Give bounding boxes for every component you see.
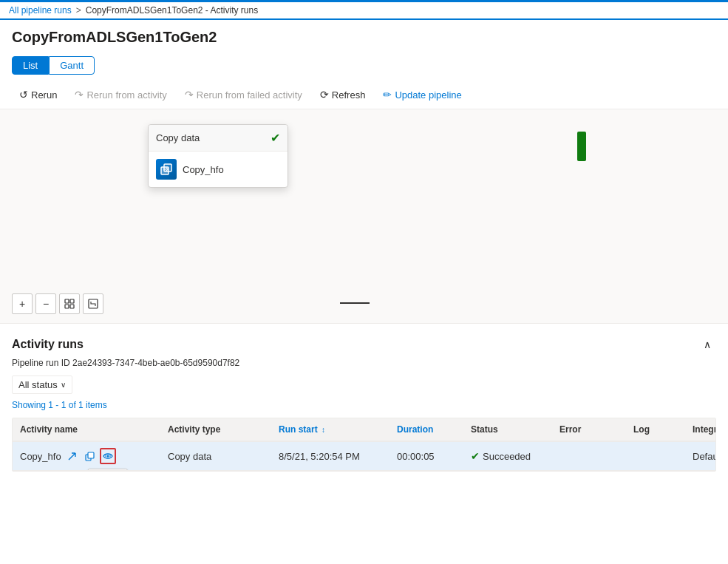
zoom-out-button[interactable]: − [35,293,56,314]
rerun-icon: ↺ [19,89,28,101]
breadcrumb-sep: > [76,5,81,16]
svg-rect-5 [70,305,74,308]
link-icon-button[interactable] [100,448,116,464]
refresh-label: Refresh [332,89,366,101]
popup-item-name: Copy_hfo [183,164,224,175]
activity-success-indicator [577,132,586,161]
refresh-button[interactable]: ⟳ Refresh [313,85,373,104]
rerun-from-icon: ↷ [75,89,84,101]
update-pipeline-icon: ✏ [383,89,392,101]
action-icons-group: Details [64,448,116,464]
view-toggle-group: List Gantt [0,50,728,81]
page-title: CopyFromADLSGen1ToGen2 [12,29,716,46]
rerun-failed-icon: ↷ [185,89,194,101]
update-pipeline-button[interactable]: ✏ Update pipeline [375,85,469,104]
rerun-failed-label: Rerun from failed activity [197,89,302,101]
cell-duration: 00:00:05 [389,442,463,470]
cell-status: ✔ Succeeded [463,442,552,470]
canvas-area: Copy data ✔ Copy_hfo + − [0,109,728,324]
cell-activity-name: Copy_hfo [13,442,160,470]
details-tooltip-container: Details [100,448,116,464]
cell-integration-runtime: DefaultInteg [685,442,715,470]
pipeline-run-id-value: 2ae24393-7347-4beb-ae0b-65d9590d7f82 [72,358,239,368]
popup-check-icon: ✔ [271,131,280,145]
rerun-from-activity-button[interactable]: ↷ Rerun from activity [67,85,174,104]
pipeline-run-label: Pipeline run ID [12,358,70,368]
chevron-down-icon: ∨ [61,381,66,389]
col-header-error: Error [552,418,626,441]
activity-popup: Copy data ✔ Copy_hfo [148,124,288,188]
success-check-icon: ✔ [471,450,480,462]
page-header: CopyFromADLSGen1ToGen2 [0,20,728,50]
activity-type-value: Copy data [168,451,211,462]
pipeline-run-id-row: Pipeline run ID 2ae24393-7347-4beb-ae0b-… [12,358,716,368]
svg-point-9 [106,455,109,458]
zoom-in-button[interactable]: + [12,293,33,314]
svg-rect-3 [70,299,74,303]
breadcrumb-current: CopyFromADLSGen1ToGen2 - Activity runs [86,5,258,16]
cell-error [552,442,626,470]
popup-body[interactable]: Copy_hfo [149,152,288,187]
activity-runs-table: Activity name Activity type Run start ↕ … [12,418,716,472]
status-filter-dropdown[interactable]: All status ∨ [12,376,72,394]
cell-activity-type: Copy data [160,442,271,470]
col-header-log: Log [626,418,685,441]
svg-rect-1 [164,164,171,171]
status-success-indicator: ✔ Succeeded [471,450,531,462]
integration-runtime-value: DefaultInteg [693,451,715,462]
fit-to-screen-button[interactable] [59,293,80,314]
col-header-integration: Integration r [685,418,715,441]
canvas-controls: + − [12,293,103,314]
status-filter-label: All status [18,379,58,390]
showing-count: Showing 1 - 1 of 1 items [12,400,716,410]
collapse-section-button[interactable]: ∧ [698,336,716,353]
expand-canvas-button[interactable] [83,293,103,314]
activity-runs-section: Activity runs ∧ Pipeline run ID 2ae24393… [0,324,728,483]
navigate-to-activity-button[interactable] [64,448,81,464]
col-header-status: Status [463,418,552,441]
canvas-divider [340,302,370,304]
gantt-view-button[interactable]: Gantt [49,56,95,75]
cell-log [626,442,685,470]
list-view-button[interactable]: List [12,56,49,75]
details-tooltip: Details [87,469,128,470]
copy-activity-icon [156,159,177,180]
rerun-from-label: Rerun from activity [86,89,166,101]
popup-header-label: Copy data [156,132,200,143]
refresh-icon: ⟳ [320,89,329,101]
top-bar: All pipeline runs > CopyFromADLSGen1ToGe… [0,2,728,20]
rerun-button[interactable]: ↺ Rerun [12,85,64,104]
duration-value: 00:00:05 [397,451,435,462]
toolbar: ↺ Rerun ↷ Rerun from activity ↷ Rerun fr… [0,81,728,109]
svg-rect-4 [65,305,69,308]
table-header-row: Activity name Activity type Run start ↕ … [13,418,715,442]
activity-name-value: Copy_hfo [20,451,61,462]
popup-header-row: Copy data ✔ [149,125,288,152]
table-row: Copy_hfo [13,442,715,471]
col-header-run-start[interactable]: Run start ↕ [271,418,389,441]
activity-runs-title: Activity runs [12,338,84,351]
col-header-duration: Duration [389,418,463,441]
run-start-value: 8/5/21, 5:20:54 PM [279,451,360,462]
col-header-activity-name: Activity name [13,418,160,441]
svg-rect-8 [88,452,94,458]
rerun-label: Rerun [31,89,57,101]
cell-run-start: 8/5/21, 5:20:54 PM [271,442,389,470]
rerun-failed-button[interactable]: ↷ Rerun from failed activity [177,85,310,104]
svg-rect-2 [65,299,69,303]
copy-activity-link-button[interactable] [82,448,98,464]
breadcrumb-link[interactable]: All pipeline runs [9,5,72,16]
sort-icon: ↕ [322,426,325,434]
col-header-activity-type: Activity type [160,418,271,441]
update-pipeline-label: Update pipeline [395,89,461,101]
status-value: Succeeded [483,451,531,462]
